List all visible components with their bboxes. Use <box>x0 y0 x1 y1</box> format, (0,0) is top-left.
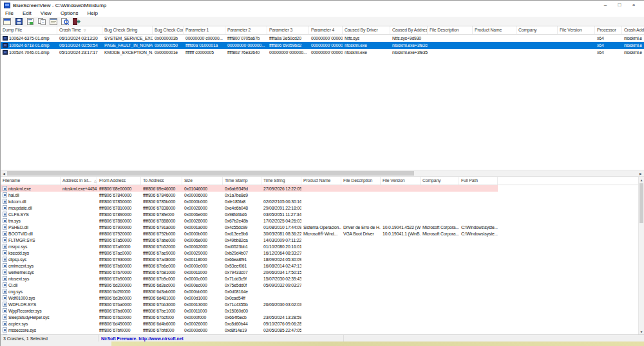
save-icon[interactable] <box>14 17 23 25</box>
vertical-scrollbar-thumb[interactable] <box>639 183 643 223</box>
column-header-to-address[interactable]: To Address <box>141 177 182 185</box>
column-header-size[interactable]: Size <box>182 177 223 185</box>
driver-file-icon <box>3 263 7 268</box>
table-row[interactable]: FLTMGR.SYSfffff806`67a50000fffff806`67ab… <box>1 237 498 243</box>
column-header-filename[interactable]: Filename <box>1 177 61 185</box>
table-row[interactable]: BOOTVID.dllfffff806`67920000fffff806`679… <box>1 230 498 237</box>
horizontal-scrollbar-thumb[interactable] <box>7 171 414 176</box>
column-header-company[interactable]: Company <box>516 26 558 34</box>
column-header-dump-file[interactable]: Dump File <box>1 26 57 34</box>
scroll-right-icon[interactable]: ▶ <box>638 170 644 176</box>
table-row[interactable]: CLFS.SYSfffff806`67890000fffff806`678fe0… <box>1 211 498 217</box>
maximize-button[interactable]: □ <box>612 1 627 10</box>
table-row[interactable]: WDFLDR.SYSfffff806`67ba0000fffff806`67bb… <box>1 301 498 307</box>
column-header-parameter-1[interactable]: Parameter 1 <box>184 26 225 34</box>
dump-file-icon <box>3 50 8 55</box>
table-row[interactable] <box>1 333 498 334</box>
column-header-product-name[interactable]: Product Name <box>301 177 341 185</box>
table-row[interactable]: msrpc.sysfffff806`67af0000fffff806`67b52… <box>1 243 498 250</box>
crash-list-header: Dump FileCrash Time▽Bug Check StringBug … <box>1 26 644 35</box>
column-header-file-version[interactable]: File Version <box>558 26 595 34</box>
column-header-file-description[interactable]: File Description <box>341 177 381 185</box>
column-header-file-version[interactable]: File Version <box>381 177 421 185</box>
table-row[interactable]: hal.dllfffff806`67840000fffff806`6784600… <box>1 192 498 198</box>
column-header-parameter-4[interactable]: Parameter 4 <box>309 26 343 34</box>
dump-file-icon <box>3 36 8 41</box>
table-row[interactable]: kdcom.dllfffff806`67850000fffff806`6785b… <box>1 198 498 205</box>
copy-icon[interactable] <box>37 17 46 25</box>
close-button[interactable]: × <box>627 1 641 10</box>
column-header-from-address[interactable]: From Address <box>97 177 141 185</box>
scroll-down-icon[interactable]: ▼ <box>639 329 644 334</box>
table-row[interactable]: Cl.dllfffff806`6d200000fffff806`6d2ec000… <box>1 282 498 288</box>
table-row[interactable]: msseccore.sysfffff806`67bf0000fffff806`6… <box>1 327 498 333</box>
menu-view[interactable]: View <box>36 10 56 16</box>
scroll-left-icon[interactable]: ◀ <box>1 170 7 176</box>
menu-options[interactable]: Options <box>56 10 83 16</box>
column-header-bug-check-code[interactable]: Bug Check Code <box>153 26 184 34</box>
find-icon[interactable] <box>61 17 70 25</box>
driver-list-header: FilenameAddress In St...△From AddressTo … <box>1 177 644 185</box>
crash-list-rows: 100624-6375-01.dmp06/10/2024 03:13:20SYS… <box>1 35 644 56</box>
column-header-caused-by-address[interactable]: Caused By Address <box>390 26 428 34</box>
table-row[interactable]: acpiex.sysfffff806`6d490000fffff806`6d4b… <box>1 320 498 327</box>
table-row[interactable]: cng.sysfffff806`6d2f0000fffff806`6d3ab00… <box>1 288 498 295</box>
advanced-options-icon[interactable] <box>3 17 12 25</box>
column-header-processor[interactable]: Processor <box>595 26 622 34</box>
sort-ascending-icon: △ <box>94 179 97 183</box>
menu-help[interactable]: Help <box>82 10 102 16</box>
table-row[interactable]: SleepStudyHelper.sysfffff806`67bc0000fff… <box>1 314 498 320</box>
column-header-company[interactable]: Company <box>421 177 459 185</box>
driver-file-icon <box>3 237 7 242</box>
table-row[interactable]: ntosext.sysfffff806`67b90000fffff806`67b… <box>1 275 498 282</box>
table-row[interactable]: PSHED.dllfffff806`67900000fffff806`6791a… <box>1 224 498 230</box>
driver-file-icon <box>3 289 7 294</box>
exit-icon[interactable] <box>72 17 81 25</box>
table-row[interactable]: clipsp.sysfffff806`67930000fffff806`67a4… <box>1 256 498 262</box>
driver-file-icon <box>3 205 7 210</box>
column-header-product-name[interactable]: Product Name <box>473 26 516 34</box>
scroll-up-icon[interactable]: ▲ <box>639 177 644 183</box>
driver-file-icon <box>3 244 7 249</box>
driver-file-icon <box>3 314 7 320</box>
nirsoft-link[interactable]: NirSoft Freeware. http://www.nirsoft.net <box>101 336 184 341</box>
table-row[interactable]: cmimcext.sysfffff806`67b60000fffff806`67… <box>1 262 498 269</box>
column-header-time-stamp[interactable]: Time Stamp <box>223 177 261 185</box>
driver-file-icon <box>3 192 7 197</box>
table-row[interactable]: 100624-6375-01.dmp06/10/2024 03:13:20SYS… <box>1 35 644 42</box>
crash-list-pane: Dump FileCrash Time▽Bug Check StringBug … <box>1 26 644 170</box>
table-row[interactable]: Wdf01000.sysfffff806`6d3b0000fffff806`6d… <box>1 295 498 301</box>
table-row[interactable]: 100624-6718-01.dmp06/10/2024 02:50:54PAG… <box>1 42 644 49</box>
menu-file[interactable]: File <box>1 10 18 16</box>
properties-icon[interactable] <box>49 17 58 25</box>
horizontal-scrollbar[interactable]: ◀ ▶ <box>1 170 644 176</box>
table-row[interactable]: werkernel.sysfffff806`67b70000fffff806`6… <box>1 269 498 275</box>
status-bar: 3 Crashes, 1 Selected NirSoft Freeware. … <box>1 334 644 341</box>
column-header-crash-time[interactable]: Crash Time▽ <box>57 26 102 34</box>
table-row[interactable]: ksecdd.sysfffff806`67ac0000fffff806`67ae… <box>1 250 498 256</box>
column-header-address-in-st[interactable]: Address In St...△ <box>61 177 97 185</box>
table-row[interactable]: 100524-7046-01.dmp05/10/2024 23:17:17KMO… <box>1 49 644 56</box>
html-report-icon[interactable] <box>26 17 35 25</box>
driver-file-icon <box>3 327 7 332</box>
column-header-caused-by-driver[interactable]: Caused By Driver <box>343 26 390 34</box>
driver-list-pane: FilenameAddress In St...△From AddressTo … <box>1 176 644 334</box>
status-crash-count: 3 Crashes, 1 Selected <box>1 335 99 341</box>
menu-bar: File Edit View Options Help <box>1 10 644 17</box>
column-header-crash-address[interactable]: Crash Address <box>622 26 644 34</box>
column-header-parameter-2[interactable]: Parameter 2 <box>225 26 267 34</box>
menu-edit[interactable]: Edit <box>18 10 36 16</box>
column-header-bug-check-string[interactable]: Bug Check String <box>102 26 153 34</box>
driver-file-icon <box>3 282 7 287</box>
table-row[interactable]: WppRecorder.sysfffff806`67bd0000fffff806… <box>1 307 498 314</box>
table-row[interactable]: mcupdate.dllfffff806`67810000fffff806`67… <box>1 205 498 211</box>
minimize-button[interactable]: – <box>598 1 612 10</box>
column-header-parameter-3[interactable]: Parameter 3 <box>267 26 309 34</box>
column-header-file-description[interactable]: File Description <box>428 26 473 34</box>
column-header-time-string[interactable]: Time String <box>261 177 301 185</box>
driver-file-icon <box>3 269 7 275</box>
table-row[interactable]: ntoskrnl.exentoskrnl.exe+445431fffff806`… <box>1 185 498 192</box>
vertical-scrollbar[interactable]: ▲ ▼ <box>638 177 644 334</box>
column-header-full-path[interactable]: Full Path <box>459 177 498 185</box>
table-row[interactable]: tm.sysfffff806`67860000fffff806`67888000… <box>1 217 498 224</box>
